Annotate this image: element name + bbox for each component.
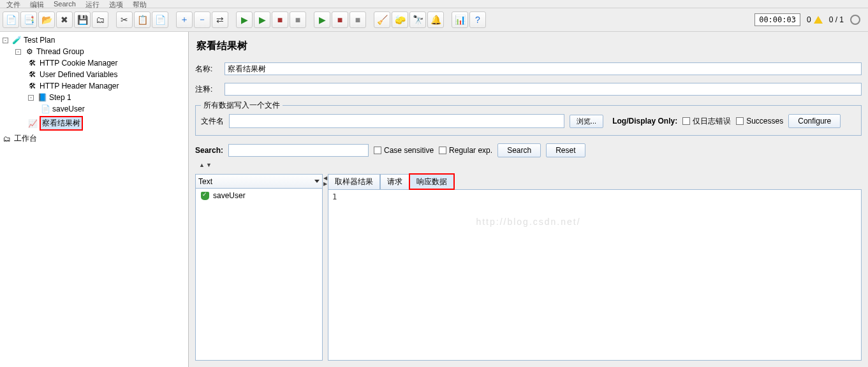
remote-shutdown-icon[interactable]: ■	[349, 11, 366, 28]
successes-checkbox[interactable]: Successes	[736, 117, 783, 126]
paste-icon[interactable]: 📄	[152, 11, 168, 28]
renderer-combo[interactable]: Text	[196, 175, 322, 189]
tree-view-results[interactable]: 📈 察看结果树	[28, 115, 188, 132]
tree-label: saveUser	[52, 104, 85, 113]
tree-workbench[interactable]: 🗂 工作台	[3, 132, 188, 145]
response-body[interactable]: 1	[328, 189, 862, 361]
warning-icon	[814, 16, 823, 24]
menu-edit[interactable]: 编辑	[30, 0, 44, 8]
toggle-icon[interactable]: -	[28, 95, 34, 101]
open-folder-icon[interactable]: 📂	[38, 11, 55, 28]
results-tree-panel: Text saveUser	[195, 174, 323, 361]
search-input[interactable]	[228, 144, 369, 157]
templates-icon[interactable]: 📑	[20, 11, 37, 28]
comment-label: 注释:	[195, 84, 221, 95]
tree-label: 工作台	[14, 133, 37, 144]
menu-search[interactable]: Search	[54, 0, 76, 8]
filename-label: 文件名	[201, 116, 224, 127]
browse-button[interactable]: 浏览...	[570, 115, 603, 128]
tree-thread-group[interactable]: - ⚙ Thread Group	[15, 46, 188, 57]
tree-label: HTTP Cookie Manager	[40, 59, 118, 68]
timer-display: 00:00:03	[754, 13, 800, 26]
tab-response-data[interactable]: 响应数据	[409, 174, 454, 189]
tree-label: HTTP Header Manager	[40, 82, 119, 90]
regex-checkbox[interactable]: Regular exp.	[439, 146, 492, 155]
new-file-icon[interactable]: 📄	[3, 11, 19, 28]
toggle-icon[interactable]: -	[3, 38, 8, 43]
menubar: 文件 编辑 Search 运行 选项 帮助	[0, 0, 868, 8]
log-errors-checkbox[interactable]: 仅日志错误	[682, 116, 731, 127]
test-plan-tree: - 🧪 Test Plan - ⚙ Thread Group 🛠 HTTP Co…	[0, 32, 189, 367]
checkbox-label: Case sensitive	[384, 146, 434, 155]
config-icon: 🛠	[28, 70, 37, 79]
close-icon[interactable]: ✖	[56, 11, 73, 28]
clear-all-icon[interactable]: 🧽	[392, 11, 408, 28]
tree-test-plan[interactable]: - 🧪 Test Plan	[3, 34, 188, 46]
toggle-icon[interactable]: ⇄	[212, 11, 228, 28]
file-output-group: 所有数据写入一个文件 文件名 浏览... Log/Display Only: 仅…	[195, 105, 862, 136]
help-icon[interactable]: ?	[469, 11, 486, 28]
main-panel: 察看结果树 名称: 注释: 所有数据写入一个文件 文件名 浏览... Log/D…	[189, 32, 868, 367]
tree-header-manager[interactable]: 🛠 HTTP Header Manager	[28, 80, 188, 92]
search-button[interactable]: Search	[497, 143, 541, 157]
stop-icon[interactable]: ■	[272, 11, 288, 28]
copy-icon[interactable]: 📋	[134, 11, 151, 28]
toolbar: 📄 📑 📂 ✖ 💾 🗂 ✂ 📋 📄 ＋ － ⇄ ▶ ▶ ■ ■ ▶ ■ ■ 🧹 …	[0, 8, 868, 32]
collapse-icon[interactable]: －	[194, 11, 210, 28]
reset-button[interactable]: Reset	[546, 143, 585, 157]
save-icon[interactable]: 💾	[74, 11, 91, 28]
result-item-saveuser[interactable]: saveUser	[196, 189, 322, 203]
run-icon[interactable]: ▶	[236, 11, 253, 28]
tree-label: Step 1	[49, 93, 71, 102]
controller-icon: 📘	[38, 93, 47, 102]
menu-help[interactable]: 帮助	[133, 0, 147, 8]
checkbox-label: Successes	[746, 117, 783, 126]
beaker-icon: 🧪	[12, 36, 21, 45]
find-icon[interactable]: 🔭	[409, 11, 426, 28]
tree-label-selected: 察看结果树	[40, 116, 83, 131]
clear-icon[interactable]: 🧹	[374, 11, 390, 28]
group-legend: 所有数据写入一个文件	[201, 100, 283, 111]
filename-input[interactable]	[229, 114, 564, 128]
thread-count: 0 / 1	[829, 15, 844, 24]
cut-icon[interactable]: ✂	[116, 11, 133, 28]
reset-search-icon[interactable]: 🔔	[427, 11, 444, 28]
vertical-splitter[interactable]: ◀▶	[323, 174, 328, 361]
comment-input[interactable]	[224, 83, 862, 96]
remote-stop-icon[interactable]: ■	[332, 11, 348, 28]
tree-label: Test Plan	[24, 36, 55, 45]
config-icon: 🛠	[28, 59, 37, 68]
case-sensitive-checkbox[interactable]: Case sensitive	[374, 146, 434, 155]
result-item-label: saveUser	[213, 191, 246, 200]
configure-button[interactable]: Configure	[788, 114, 841, 128]
tab-sampler-result[interactable]: 取样器结果	[328, 174, 380, 189]
remote-start-icon[interactable]: ▶	[314, 11, 330, 28]
config-icon: 🛠	[28, 82, 37, 90]
warning-count-1: 0	[807, 15, 811, 24]
gear-icon[interactable]	[850, 15, 860, 25]
sampler-icon: 📄	[41, 104, 50, 113]
run-no-pause-icon[interactable]: ▶	[254, 11, 270, 28]
workbench-icon: 🗂	[3, 134, 11, 143]
splitter-handle[interactable]: ▲▼	[199, 162, 862, 168]
shutdown-icon[interactable]: ■	[290, 11, 306, 28]
menu-options[interactable]: 选项	[109, 0, 123, 8]
tree-step1[interactable]: - 📘 Step 1	[28, 92, 188, 103]
listener-icon: 📈	[28, 119, 37, 128]
search-label: Search:	[195, 146, 223, 155]
tree-user-defined-variables[interactable]: 🛠 User Defined Variables	[28, 69, 188, 80]
name-input[interactable]	[224, 62, 862, 75]
menu-file[interactable]: 文件	[6, 0, 20, 8]
tab-request[interactable]: 请求	[380, 174, 409, 189]
function-helper-icon[interactable]: 📊	[452, 11, 468, 28]
tree-cookie-manager[interactable]: 🛠 HTTP Cookie Manager	[28, 57, 188, 69]
save-as-icon[interactable]: 🗂	[92, 11, 108, 28]
tree-save-user[interactable]: 📄 saveUser	[41, 103, 188, 115]
tree-label: User Defined Variables	[40, 70, 118, 79]
menu-run[interactable]: 运行	[85, 0, 99, 8]
toggle-icon[interactable]: -	[15, 49, 21, 55]
chevron-down-icon	[314, 180, 320, 183]
expand-icon[interactable]: ＋	[176, 11, 193, 28]
gear-icon: ⚙	[25, 47, 34, 56]
checkbox-label: Regular exp.	[449, 146, 492, 155]
